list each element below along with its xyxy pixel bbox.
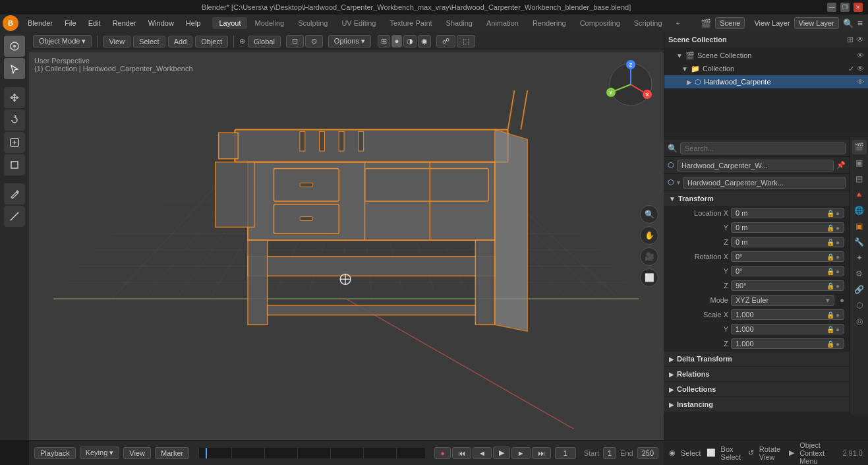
rotation-x-field[interactable]: 0° 🔒 ●: [731, 251, 844, 262]
tab-layout[interactable]: Layout: [212, 17, 247, 29]
pan-button[interactable]: ✋: [640, 226, 658, 245]
current-frame[interactable]: 1: [555, 447, 576, 459]
dot-rx-icon[interactable]: ●: [836, 253, 840, 261]
menu-blender[interactable]: Blender: [22, 18, 58, 28]
scene-properties-icon[interactable]: 🔺: [852, 187, 867, 202]
close-button[interactable]: ✕: [854, 3, 863, 12]
particles-properties-icon[interactable]: ✦: [852, 251, 867, 265]
lock-sz-icon[interactable]: 🔒: [826, 340, 834, 348]
data-block-name[interactable]: Hardwood_Carpenter_Work...: [683, 177, 846, 189]
material-properties-icon[interactable]: ◎: [852, 314, 867, 328]
dot-rz-icon[interactable]: ●: [836, 282, 840, 290]
tab-compositing[interactable]: Compositing: [573, 17, 627, 29]
wireframe-btn[interactable]: ⊞: [378, 35, 390, 47]
data-properties-icon[interactable]: ⬡: [852, 298, 867, 313]
next-frame-button[interactable]: ►: [511, 447, 531, 459]
dot-sx-icon[interactable]: ●: [836, 311, 840, 319]
scale-y-field[interactable]: 1.000 🔒 ●: [731, 324, 844, 334]
move-tool-button[interactable]: [4, 87, 25, 108]
restore-button[interactable]: ❐: [840, 3, 850, 12]
menu-window[interactable]: Window: [143, 18, 179, 28]
collection-row[interactable]: ▼ 📁 Collection ✓ 👁: [664, 62, 868, 75]
eye-toggle[interactable]: 👁: [856, 35, 864, 44]
view-menu[interactable]: View: [103, 36, 130, 47]
menu-render[interactable]: Render: [107, 18, 142, 28]
object-properties-icon[interactable]: ▣: [852, 219, 867, 233]
lock-x-icon[interactable]: 🔒: [826, 210, 834, 217]
location-z-field[interactable]: 0 m 🔒 ●: [731, 237, 844, 247]
tab-animation[interactable]: Animation: [480, 17, 525, 29]
constraints-icon[interactable]: 🔗: [852, 282, 867, 297]
dot-sz-icon[interactable]: ●: [836, 340, 840, 348]
view-layer-icon[interactable]: ▤: [852, 171, 867, 186]
relations-header[interactable]: ▶ Relations: [664, 367, 850, 381]
scene-selector[interactable]: Scene: [715, 17, 745, 29]
filter-icon[interactable]: ⊞: [847, 35, 854, 44]
output-properties-icon[interactable]: ▣: [852, 156, 867, 170]
options-button[interactable]: Options ▾: [328, 35, 371, 47]
viewport-3d[interactable]: User Perspective (1) Collection | Hardwo…: [29, 51, 664, 440]
lock-y-icon[interactable]: 🔒: [826, 224, 834, 232]
scale-tool-button[interactable]: [4, 132, 25, 153]
annotate-tool-button[interactable]: [4, 183, 25, 204]
lock-z-icon[interactable]: 🔒: [826, 239, 834, 246]
playback-menu[interactable]: Playback: [34, 447, 76, 459]
navigation-gizmo[interactable]: Z X Y: [604, 58, 657, 111]
tab-texture-paint[interactable]: Texture Paint: [383, 17, 438, 29]
material-btn[interactable]: ◑: [403, 35, 417, 47]
tab-rendering[interactable]: Rendering: [526, 17, 573, 29]
rotation-z-field[interactable]: 90° 🔒 ●: [731, 280, 844, 291]
play-button[interactable]: ▶: [493, 447, 510, 459]
tab-shading[interactable]: Shading: [440, 17, 479, 29]
select-menu[interactable]: Select: [133, 36, 165, 47]
location-x-field[interactable]: 0 m 🔒 ●: [731, 208, 844, 218]
scale-z-field[interactable]: 1.000 🔒 ●: [731, 338, 844, 349]
minimize-button[interactable]: —: [827, 3, 836, 12]
tab-modeling[interactable]: Modeling: [248, 17, 291, 29]
rotation-y-field[interactable]: 0° 🔒 ●: [731, 266, 844, 276]
mode-selector[interactable]: Object Mode ▾: [33, 35, 92, 47]
scene-collection-row[interactable]: ▼ 🎬 Scene Collection 👁: [664, 49, 868, 62]
add-workspace-button[interactable]: +: [670, 17, 687, 29]
dot-y-icon[interactable]: ●: [836, 224, 840, 232]
location-y-field[interactable]: 0 m 🔒 ●: [731, 222, 844, 233]
data-dropdown[interactable]: ▾: [677, 179, 680, 186]
camera-button[interactable]: 🎥: [640, 247, 658, 266]
menu-file[interactable]: File: [59, 18, 82, 28]
object-name-field[interactable]: Hardwood_Carpenter_W...: [677, 160, 834, 171]
world-properties-icon[interactable]: 🌐: [852, 203, 867, 218]
view-layer-selector[interactable]: View Layer: [794, 17, 839, 29]
timeline[interactable]: [198, 448, 425, 458]
transform-header[interactable]: ▼ Transform: [664, 191, 850, 206]
object-menu[interactable]: Object: [195, 36, 228, 47]
keying-menu[interactable]: Keying ▾: [80, 447, 120, 459]
modifier-properties-icon[interactable]: 🔧: [852, 235, 867, 249]
lock-rz-icon[interactable]: 🔒: [826, 282, 834, 290]
mode-dot[interactable]: ●: [840, 296, 844, 304]
render-properties-icon[interactable]: 🎬: [852, 140, 867, 154]
add-menu[interactable]: Add: [168, 36, 193, 47]
lock-ry-icon[interactable]: 🔒: [826, 268, 834, 275]
properties-search-input[interactable]: [680, 142, 846, 154]
menu-edit[interactable]: Edit: [83, 18, 106, 28]
record-button[interactable]: ●: [434, 447, 451, 459]
start-frame[interactable]: 1: [603, 447, 616, 459]
transform-orientation-selector[interactable]: Global: [248, 36, 281, 47]
tab-scripting[interactable]: Scripting: [627, 17, 669, 29]
mesh-visibility[interactable]: 👁: [857, 78, 864, 86]
filter-icon[interactable]: ≡: [857, 18, 863, 28]
physics-properties-icon[interactable]: ⚙: [852, 266, 867, 281]
delta-transform-header[interactable]: ▶ Delta Transform: [664, 352, 850, 366]
marker-menu[interactable]: Marker: [155, 447, 189, 459]
collection-visibility[interactable]: 👁: [857, 65, 864, 73]
snap-toggle[interactable]: ⊡: [286, 35, 304, 47]
lock-sx-icon[interactable]: 🔒: [826, 311, 834, 319]
menu-help[interactable]: Help: [181, 18, 206, 28]
select-tool-button[interactable]: [4, 58, 25, 79]
view-menu-bottom[interactable]: View: [123, 447, 151, 459]
pin-icon[interactable]: 📌: [836, 161, 846, 170]
dot-z-icon[interactable]: ●: [836, 239, 840, 246]
tab-sculpting[interactable]: Sculpting: [291, 17, 334, 29]
transform-tool-button[interactable]: [4, 154, 25, 175]
rotate-tool-button[interactable]: [4, 109, 25, 131]
